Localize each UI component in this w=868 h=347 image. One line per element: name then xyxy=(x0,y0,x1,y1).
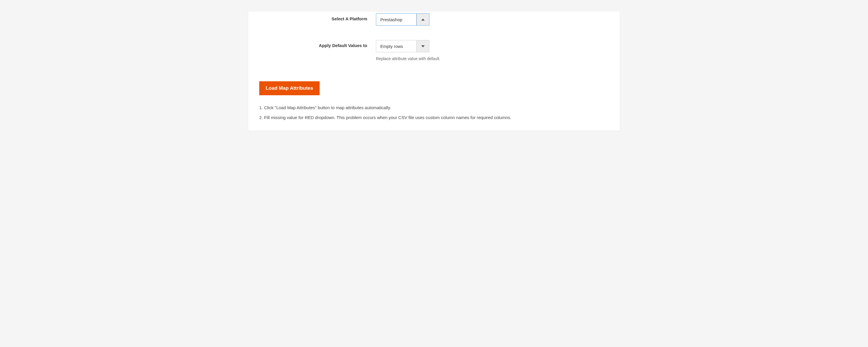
instructions: 1. Click "Load Map Attributes" button to… xyxy=(257,95,611,121)
instruction-line-1: 1. Click "Load Map Attributes" button to… xyxy=(259,104,611,112)
defaults-help: Replace attribute value with default. xyxy=(376,56,611,61)
platform-label: Select A Platform xyxy=(257,13,376,21)
platform-select-value: Prestashop xyxy=(376,13,416,26)
instruction-line-2: 2. Fill missing value for RED dropdown. … xyxy=(259,114,611,121)
defaults-select-value: Empty rows xyxy=(376,40,416,52)
platform-select-toggle[interactable] xyxy=(416,13,429,26)
defaults-control: Empty rows Replace attribute value with … xyxy=(376,40,611,61)
button-row: Load Map Attributes xyxy=(257,61,611,95)
chevron-down-icon xyxy=(421,45,425,47)
load-map-attributes-button[interactable]: Load Map Attributes xyxy=(259,81,320,95)
settings-card: Select A Platform Prestashop Apply Defau… xyxy=(248,11,620,131)
chevron-up-icon xyxy=(421,19,425,21)
platform-row: Select A Platform Prestashop xyxy=(257,11,611,26)
platform-control: Prestashop xyxy=(376,13,611,26)
defaults-row: Apply Default Values to Empty rows Repla… xyxy=(257,26,611,61)
defaults-label: Apply Default Values to xyxy=(257,40,376,48)
defaults-select[interactable]: Empty rows xyxy=(376,40,429,52)
platform-select[interactable]: Prestashop xyxy=(376,13,429,26)
defaults-select-toggle[interactable] xyxy=(416,40,429,52)
